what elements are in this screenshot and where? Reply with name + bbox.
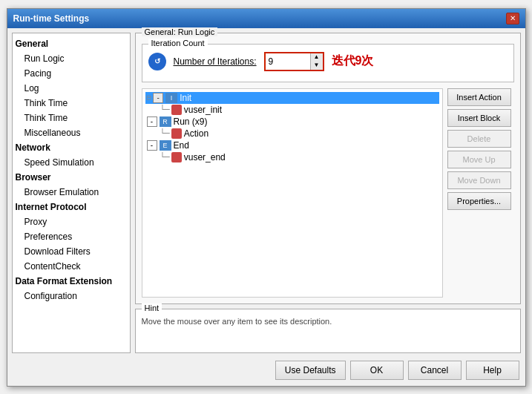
init-expand[interactable]: -	[153, 93, 163, 103]
right-panel: General: Run Logic Iteration Count ↺ Num…	[135, 33, 521, 353]
sidebar-item-miscellaneous[interactable]: Miscellaneous	[13, 125, 130, 140]
connector-vuser-end: └─	[160, 152, 170, 162]
run-label: Run (x9)	[174, 116, 208, 127]
action-icon-vuser-end	[171, 152, 182, 162]
hint-title: Hint	[142, 303, 162, 312]
tree-end-row[interactable]: - E End	[145, 139, 439, 151]
connector-action: └─	[160, 128, 170, 138]
connector-vuser-init: └─	[160, 105, 170, 114]
iteration-icon: ↺	[148, 53, 166, 70]
sidebar-item-think-time[interactable]: Think Time	[13, 96, 130, 111]
run-icon: R	[160, 116, 171, 127]
end-expand[interactable]: -	[147, 140, 157, 151]
tree-vuser-end-row[interactable]: └─ vuser_end	[145, 151, 439, 163]
insert-action-button[interactable]: Insert Action	[447, 88, 511, 106]
init-icon: I	[165, 93, 177, 103]
tree-connector-init: ⊟	[147, 93, 152, 102]
end-icon: E	[160, 140, 171, 151]
properties-button[interactable]: Properties...	[447, 192, 511, 210]
sidebar-item-browser-emulation[interactable]: Browser Emulation	[13, 185, 130, 200]
end-label: End	[174, 140, 189, 151]
move-down-button[interactable]: Move Down	[447, 171, 511, 189]
sidebar-item-preferences[interactable]: Preferences	[13, 229, 130, 244]
hint-text: Move the mouse over any item to see its …	[142, 314, 514, 326]
sidebar-item-browser[interactable]: Browser	[13, 170, 130, 185]
use-defaults-button[interactable]: Use Defaults	[275, 361, 346, 380]
sidebar-item-run-logic[interactable]: Run Logic	[13, 51, 130, 66]
ok-button[interactable]: OK	[350, 361, 404, 380]
sidebar-item-log[interactable]: Log	[13, 81, 130, 96]
spin-up-button[interactable]: ▲	[311, 53, 323, 62]
sidebar-item-configuration[interactable]: Configuration	[13, 289, 130, 303]
sidebar-item-speed-simulation[interactable]: Speed Simulation	[13, 155, 130, 170]
title-bar: Run-time Settings ✕	[7, 9, 525, 28]
move-up-button[interactable]: Move Up	[447, 151, 511, 168]
iteration-input[interactable]	[266, 53, 310, 70]
init-label: Init	[180, 93, 191, 103]
sidebar-item-content-check[interactable]: ContentCheck	[13, 259, 130, 274]
bottom-bar: Use Defaults OK Cancel Help	[12, 358, 521, 381]
action-label: Action	[184, 128, 208, 139]
run-expand[interactable]: -	[147, 116, 157, 127]
sidebar-item-additional-attrs[interactable]: Think Time	[13, 111, 130, 125]
main-group: General: Run Logic Iteration Count ↺ Num…	[135, 33, 521, 304]
action-icon-action	[171, 128, 182, 139]
iteration-annotation: 迭代9次	[332, 53, 374, 69]
action-icon-vuser-init	[171, 105, 182, 115]
left-tree-panel: General Run Logic Pacing Log Think Time …	[12, 33, 131, 353]
main-window: Run-time Settings ✕ General Run Logic Pa…	[7, 8, 526, 387]
insert-block-button[interactable]: Insert Block	[447, 109, 511, 127]
close-button[interactable]: ✕	[506, 13, 519, 24]
vuser-end-label: vuser_end	[184, 152, 226, 162]
tree-init-row[interactable]: ⊟ - I Init	[145, 92, 439, 104]
cancel-button[interactable]: Cancel	[408, 361, 462, 380]
help-button[interactable]: Help	[466, 361, 519, 380]
delete-button[interactable]: Delete	[447, 130, 511, 148]
tree-vuser-init-row[interactable]: └─ vuser_init	[145, 104, 439, 116]
sidebar-item-network[interactable]: Network	[13, 140, 130, 155]
button-panel: Insert Action Insert Block Delete Move U…	[447, 88, 514, 298]
sidebar-item-download-filters[interactable]: Download Filters	[13, 244, 130, 259]
iteration-label: Number of Iterations:	[174, 56, 257, 67]
window-body: General Run Logic Pacing Log Think Time …	[7, 28, 525, 386]
iteration-count-title: Iteration Count	[148, 39, 208, 47]
window-title: Run-time Settings	[13, 13, 90, 24]
iteration-input-wrapper: ▲ ▼	[264, 52, 324, 71]
sidebar-item-data-format[interactable]: Data Format Extension	[13, 274, 130, 289]
main-group-title: General: Run Logic	[142, 27, 218, 36]
iteration-spinner: ▲ ▼	[310, 53, 323, 70]
action-tree-area: ⊟ - I Init └─ vuser_init	[142, 88, 443, 298]
sidebar-item-internet-protocol[interactable]: Internet Protocol	[13, 200, 130, 214]
spin-down-button[interactable]: ▼	[311, 62, 323, 70]
vuser-init-label: vuser_init	[184, 105, 222, 115]
hint-box: Hint Move the mouse over any item to see…	[135, 309, 521, 353]
sidebar-item-pacing[interactable]: Pacing	[13, 66, 130, 81]
sidebar-item-general[interactable]: General	[13, 36, 130, 51]
main-content: General Run Logic Pacing Log Think Time …	[12, 33, 521, 353]
tree-run-row[interactable]: - R Run (x9)	[145, 116, 439, 128]
tree-action-row[interactable]: └─ Action	[145, 128, 439, 139]
sidebar-item-proxy[interactable]: Proxy	[13, 214, 130, 229]
